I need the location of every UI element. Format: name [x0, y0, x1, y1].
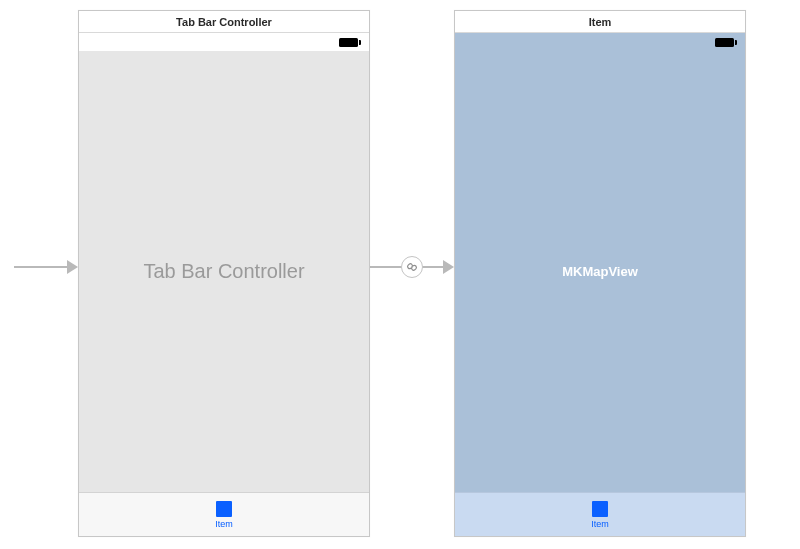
status-bar: [79, 33, 369, 51]
tab-bar-item[interactable]: Item: [215, 501, 233, 529]
storyboard-canvas[interactable]: Tab Bar Controller Tab Bar Controller It…: [0, 0, 800, 549]
battery-icon: [339, 38, 361, 47]
arrow-head-icon: [67, 260, 78, 274]
scene-tab-bar-controller[interactable]: Tab Bar Controller Tab Bar Controller It…: [78, 10, 370, 537]
status-bar: [455, 33, 745, 51]
scene-title-bar[interactable]: Item: [455, 11, 745, 33]
map-view[interactable]: MKMapView: [455, 51, 745, 492]
scene-title: Tab Bar Controller: [176, 16, 272, 28]
tab-item-label: Item: [215, 519, 233, 529]
battery-icon: [715, 38, 737, 47]
scene-item-map[interactable]: Item MKMapView Item: [454, 10, 746, 537]
initial-vc-arrow[interactable]: [14, 260, 78, 274]
mapview-class-label: MKMapView: [562, 264, 638, 279]
segue-relationship-icon[interactable]: [401, 256, 423, 278]
tab-item-square-icon: [216, 501, 232, 517]
tab-item-square-icon: [592, 501, 608, 517]
tab-bar[interactable]: Item: [79, 492, 369, 536]
tab-bar[interactable]: Item: [455, 492, 745, 536]
content-placeholder-label: Tab Bar Controller: [143, 260, 304, 283]
segue-arrow[interactable]: [370, 260, 454, 274]
scene-content-area[interactable]: Tab Bar Controller: [79, 51, 369, 492]
arrow-head-icon: [443, 260, 454, 274]
scene-title: Item: [589, 16, 612, 28]
tab-bar-item[interactable]: Item: [591, 501, 609, 529]
arrow-line: [14, 266, 68, 268]
tab-item-label: Item: [591, 519, 609, 529]
scene-title-bar[interactable]: Tab Bar Controller: [79, 11, 369, 33]
